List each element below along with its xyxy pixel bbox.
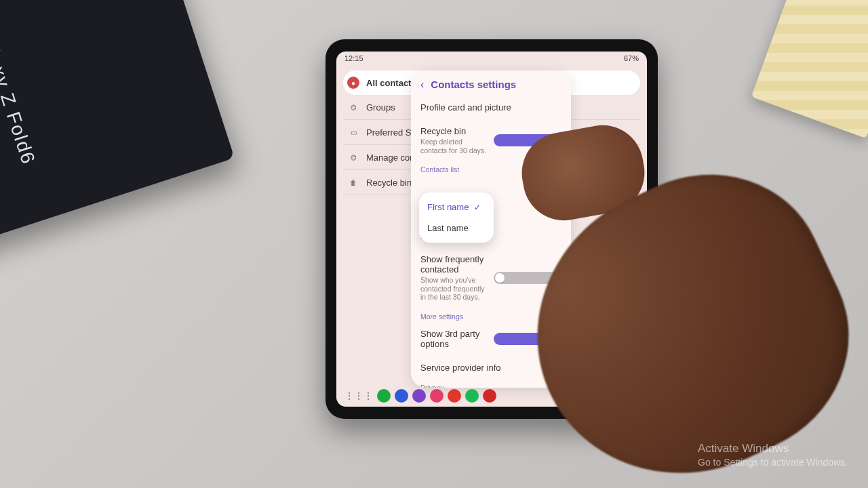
statusbar: 12:15 67% (336, 52, 647, 65)
dropdown-option-last-name[interactable]: Last name (425, 218, 488, 239)
watermark-sub: Go to Settings to activate Windows. (698, 457, 848, 468)
dock-app-icon[interactable] (448, 389, 461, 403)
freq-sub: Show who you've contacted frequently in … (420, 276, 488, 302)
manage-icon: ⌬ (347, 151, 359, 163)
dropdown-option-label: First name (427, 202, 469, 212)
dock-app-icon[interactable] (430, 389, 443, 403)
box-brand-text: Galaxy Z Fold6 (0, 20, 39, 167)
recycle-label: Recycle bin (420, 126, 488, 136)
status-time: 12:15 (344, 54, 363, 62)
frequently-contacted-row[interactable]: Show frequently contacted Show who you'v… (420, 247, 561, 308)
third-party-label: Show 3rd party options (420, 329, 488, 349)
freq-label: Show frequently contacted (420, 254, 488, 274)
dock-app-icon[interactable] (395, 389, 408, 403)
sim-icon: ▭ (347, 126, 359, 138)
rail-label: All contacts (366, 78, 416, 88)
groups-icon: ⌬ (347, 101, 359, 113)
profile-card-row[interactable]: Profile card and picture (420, 96, 561, 119)
person-icon: ● (347, 77, 359, 89)
rail-label: Groups (366, 102, 395, 113)
dock-app-icon[interactable] (377, 389, 391, 403)
recycle-sub: Keep deleted contacts for 30 days. (420, 138, 488, 155)
dock-app-icon[interactable] (465, 389, 479, 403)
sort-by-dropdown: First name ✓ Last name (419, 192, 494, 243)
panel-title: Contacts settings (431, 79, 516, 90)
windows-watermark: Activate Windows Go to Settings to activ… (698, 442, 848, 468)
watermark-title: Activate Windows (698, 442, 848, 455)
back-icon[interactable]: ‹ (420, 79, 424, 90)
dropdown-option-label: Last name (427, 223, 469, 233)
check-icon: ✓ (474, 203, 481, 212)
dock-app-icon[interactable] (412, 389, 426, 403)
status-battery: 67% (624, 54, 639, 62)
trash-icon: 🗑 (347, 176, 359, 188)
profile-card-label: Profile card and picture (420, 102, 561, 113)
rail-label: Recycle bin (366, 178, 412, 188)
galaxy-box-prop: Galaxy Z Fold6 (0, 0, 235, 248)
apps-grid-icon[interactable]: ⋮⋮⋮ (344, 390, 373, 401)
dock-apps: ⋮⋮⋮ (344, 389, 496, 403)
wooden-clip-prop (751, 0, 868, 138)
dock-app-icon[interactable] (483, 389, 496, 403)
dropdown-option-first-name[interactable]: First name ✓ (425, 197, 488, 218)
